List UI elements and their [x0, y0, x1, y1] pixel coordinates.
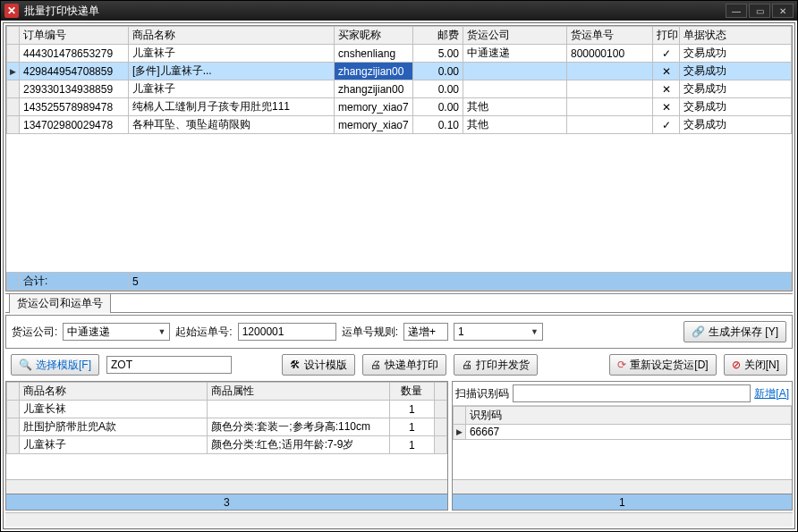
app-icon: ✕ — [4, 4, 19, 18]
table-row[interactable]: 肚围护脐带肚兜A款颜色分类:套装一;参考身高:110cm1 — [7, 418, 447, 436]
table-row[interactable]: 儿童长袜1 — [7, 401, 447, 418]
close-button-label: 关闭[N] — [744, 358, 779, 373]
minimize-button[interactable]: — — [726, 4, 747, 18]
col-product[interactable]: 商品名称 — [129, 27, 335, 45]
design-template-label: 设计模版 — [304, 358, 347, 373]
print-express-button[interactable]: 🖨 快递单打印 — [362, 354, 446, 376]
waybill-rule-label: 运单号规则: — [342, 325, 398, 340]
col-item-name[interactable]: 商品名称 — [20, 383, 208, 401]
scan-label: 扫描识别码 — [455, 386, 509, 401]
scan-toolbar: 扫描识别码 新增[A] — [453, 382, 792, 406]
choose-template-label: 选择模版[F] — [36, 358, 91, 373]
design-template-button[interactable]: 🛠 设计模版 — [282, 354, 355, 376]
tools-icon: 🛠 — [290, 359, 301, 371]
maximize-button[interactable]: ▭ — [749, 4, 770, 18]
close-window-button[interactable]: ✕ — [772, 4, 794, 18]
print-and-ship-label: 打印并发货 — [476, 358, 530, 373]
choose-template-button[interactable]: 🔍 选择模版[F] — [11, 354, 99, 376]
main-hscroll[interactable] — [5, 512, 793, 527]
waybill-rule-b-value: 1 — [458, 325, 464, 338]
total-label: 合计: — [20, 273, 129, 291]
items-panel: 商品名称 商品属性 数量 儿童长袜1肚围护脐带肚兜A款颜色分类:套装一;参考身高… — [5, 381, 448, 511]
table-row[interactable]: 143525578989478纯棉人工缝制月子孩专用肚兜111memory_xi… — [7, 98, 792, 116]
items-total: 3 — [6, 494, 447, 510]
printer-icon: 🖨 — [462, 359, 472, 371]
reset-shipping-button[interactable]: ⟳ 重新设定货运[D] — [609, 354, 716, 376]
link-icon: 🔗 — [692, 325, 705, 338]
template-code-input[interactable] — [106, 356, 232, 374]
scan-panel: 扫描识别码 新增[A] 识别码 ▶66667 1 — [452, 381, 793, 511]
client-area: 订单编号 商品名称 买家昵称 邮费 货运公司 货运单号 打印 单据状态 4443… — [3, 22, 795, 529]
tab-strip: 货运公司和运单号 — [5, 293, 793, 313]
ship-company-value: 中通速递 — [67, 325, 110, 340]
reset-shipping-label: 重新设定货运[D] — [630, 358, 708, 373]
items-hscroll[interactable] — [6, 479, 447, 494]
waybill-rule-a-value: 递增+ — [408, 325, 436, 340]
chevron-down-icon: ▼ — [531, 327, 539, 336]
scan-input[interactable] — [513, 384, 751, 402]
col-order-id[interactable]: 订单编号 — [20, 27, 129, 45]
tab-shipping[interactable]: 货运公司和运单号 — [9, 293, 111, 313]
row-marker-header — [7, 27, 20, 45]
orders-header-row: 订单编号 商品名称 买家昵称 邮费 货运公司 货运单号 打印 单据状态 — [7, 27, 792, 45]
table-row[interactable]: ▶429844954708859[多件]儿童袜子...zhangzijian00… — [7, 63, 792, 80]
col-fee[interactable]: 邮费 — [413, 27, 463, 45]
orders-grid: 订单编号 商品名称 买家昵称 邮费 货运公司 货运单号 打印 单据状态 4443… — [5, 25, 793, 291]
col-waybill[interactable]: 货运单号 — [567, 27, 653, 45]
app-window: ✕ 批量打印快递单 — ▭ ✕ 订单编号 商品名称 买家昵称 邮费 — [0, 0, 798, 532]
action-bar: 🔍 选择模版[F] 🛠 设计模版 🖨 快递单打印 🖨 打印并发货 ⟳ 重新设定货… — [5, 350, 793, 379]
scan-total: 1 — [453, 494, 792, 510]
ship-company-label: 货运公司: — [12, 325, 57, 340]
generate-save-button[interactable]: 🔗 生成并保存 [Y] — [683, 321, 786, 342]
ship-company-combo[interactable]: 中通速递▼ — [63, 323, 170, 341]
table-row[interactable]: ▶66667 — [453, 425, 791, 440]
bottom-split: 商品名称 商品属性 数量 儿童长袜1肚围护脐带肚兜A款颜色分类:套装一;参考身高… — [5, 381, 793, 511]
shipping-form: 货运公司: 中通速递▼ 起始运单号: 运单号规则: 递增+ 1▼ 🔗 生成并保存… — [5, 315, 793, 349]
waybill-rule-combo-b[interactable]: 1▼ — [454, 323, 543, 341]
scan-add-link[interactable]: 新增[A] — [754, 386, 789, 401]
total-count: 5 — [129, 273, 792, 291]
titlebar: ✕ 批量打印快递单 — ▭ ✕ — [1, 1, 797, 21]
close-button[interactable]: ⊘ 关闭[N] — [724, 354, 787, 376]
scan-table[interactable]: 识别码 ▶66667 — [453, 406, 792, 440]
print-and-ship-button[interactable]: 🖨 打印并发货 — [454, 354, 538, 376]
col-item-attr[interactable]: 商品属性 — [208, 383, 390, 401]
waybill-rule-combo-a[interactable]: 递增+ — [403, 323, 448, 341]
chevron-down-icon: ▼ — [157, 327, 166, 336]
table-row[interactable]: 239330134938859儿童袜子zhangzijian000.00✕交易成… — [7, 80, 792, 98]
col-scan-code[interactable]: 识别码 — [465, 407, 791, 425]
table-row[interactable]: 444301478653279儿童袜子cnshenliang5.00中通速递80… — [7, 45, 792, 63]
generate-save-label: 生成并保存 [Y] — [709, 325, 778, 340]
col-item-qty[interactable]: 数量 — [389, 383, 434, 401]
col-status[interactable]: 单据状态 — [680, 27, 792, 45]
col-buyer[interactable]: 买家昵称 — [335, 27, 413, 45]
search-icon: 🔍 — [19, 359, 32, 371]
scan-hscroll[interactable] — [453, 479, 792, 494]
window-title: 批量打印快递单 — [24, 4, 726, 19]
table-row[interactable]: 134702980029478各种耳坠、项坠超萌限购memory_xiao70.… — [7, 116, 792, 134]
printer-icon: 🖨 — [370, 359, 381, 371]
refresh-icon: ⟳ — [617, 359, 626, 371]
start-waybill-label: 起始运单号: — [175, 325, 232, 340]
print-express-label: 快递单打印 — [385, 358, 438, 373]
stop-icon: ⊘ — [732, 359, 741, 371]
orders-total-row: 合计: 5 — [7, 273, 792, 291]
table-row[interactable]: 儿童袜子颜色分类:红色;适用年龄:7-9岁1 — [7, 436, 447, 454]
col-printed[interactable]: 打印 — [653, 27, 680, 45]
items-table[interactable]: 商品名称 商品属性 数量 儿童长袜1肚围护脐带肚兜A款颜色分类:套装一;参考身高… — [6, 382, 447, 454]
start-waybill-input[interactable] — [238, 323, 336, 341]
orders-table[interactable]: 订单编号 商品名称 买家昵称 邮费 货运公司 货运单号 打印 单据状态 4443… — [6, 26, 792, 134]
col-ship-co[interactable]: 货运公司 — [463, 27, 567, 45]
